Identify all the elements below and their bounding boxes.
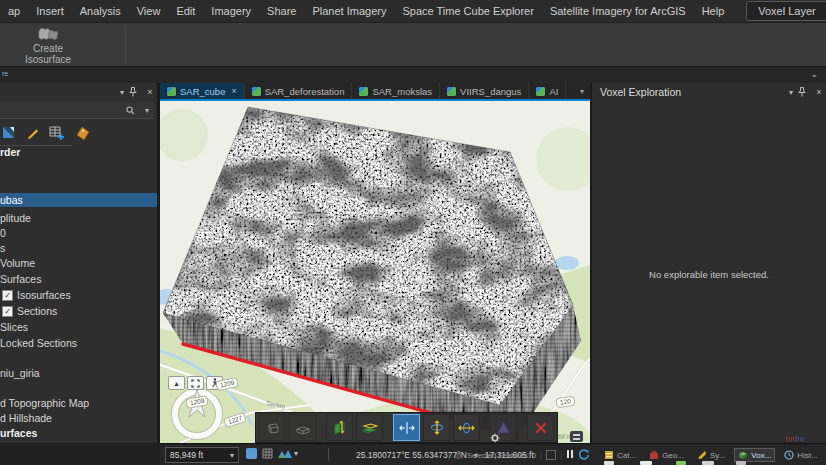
arcgis-pro-window: ap Insert Analysis View Edit Imagery Sha… xyxy=(0,0,826,465)
ribbon-collapse-chevron-icon[interactable]: ⌄ xyxy=(810,69,818,79)
voxel-onscreen-toolbar xyxy=(255,412,558,443)
settings-gear-icon[interactable] xyxy=(490,433,500,443)
tab-geoprocessing[interactable]: Geo... xyxy=(645,448,688,462)
scene-thumbnail-icon xyxy=(536,87,545,96)
tree-item-volume[interactable]: Volume xyxy=(0,256,157,270)
tab-sar-cube[interactable]: SAR_cube × xyxy=(160,83,245,99)
box-clip-tool-button[interactable] xyxy=(289,414,316,441)
menu-map[interactable]: ap xyxy=(0,5,28,17)
scale-selector[interactable]: 85,949 ft▾ xyxy=(165,447,239,463)
map-layers-icon[interactable] xyxy=(2,126,17,140)
search-options-chevron-icon[interactable]: ▾ xyxy=(140,106,154,115)
tree-item-surfaces[interactable]: Surfaces xyxy=(0,272,157,286)
close-icon[interactable]: × xyxy=(812,87,826,97)
tree-item-amplitude[interactable]: plitude xyxy=(0,211,157,225)
close-tab-icon[interactable]: × xyxy=(231,86,236,96)
create-isosurface-icon xyxy=(35,25,61,43)
sections-checkbox[interactable]: ✓ xyxy=(2,306,13,317)
tab-viirs-dangus[interactable]: VIIRS_dangus xyxy=(440,83,529,99)
scene-view-canvas[interactable]: ▴ ∴ 1209 1227 1209 120 Tavaro Dobil miš xyxy=(160,101,590,443)
move-tool-button[interactable] xyxy=(393,414,420,441)
horizontal-slice-tool-button[interactable] xyxy=(356,414,383,441)
create-isosurface-label-1: Create xyxy=(33,43,63,54)
tree-item-giria-layer[interactable]: niu_giria xyxy=(0,366,157,380)
menu-edit[interactable]: Edit xyxy=(168,5,203,17)
tree-item-sections[interactable]: ✓Sections xyxy=(0,304,157,318)
label-tag-icon[interactable] xyxy=(75,126,91,141)
menu-planet-imagery[interactable]: Planet Imagery xyxy=(304,5,394,17)
geoprocessing-icon xyxy=(649,450,659,460)
bottom-right-artifact-text: tntbo xyxy=(786,435,804,442)
tree-item-slices[interactable]: Slices xyxy=(0,320,157,334)
tab-voxel-exploration[interactable]: Vox... xyxy=(734,448,775,462)
rotate-horizontal-tool-button[interactable] xyxy=(453,414,480,441)
tab-sar-mokslas[interactable]: SAR_mokslas xyxy=(352,83,440,99)
bottom-filler xyxy=(0,443,160,465)
close-icon[interactable]: × xyxy=(143,87,157,97)
tree-item-elevation-surfaces[interactable]: urfaces xyxy=(0,426,157,440)
tab-symbology[interactable]: Sy... xyxy=(693,448,729,462)
tab-sar-deforestation[interactable]: SAR_deforestation xyxy=(245,83,353,99)
pin-icon[interactable] xyxy=(798,87,812,97)
taskbar-icon-sliver xyxy=(736,461,746,465)
menu-insert[interactable]: Insert xyxy=(28,5,72,17)
menu-help[interactable]: Help xyxy=(694,5,733,17)
scene-thumbnail-icon xyxy=(359,87,368,96)
tree-item-hillshade[interactable]: d Hillshade xyxy=(0,411,157,425)
tree-item-locked-sections[interactable]: Locked Sections xyxy=(0,336,157,350)
search-input[interactable]: ▾ xyxy=(0,102,154,119)
snapping-grid-icon[interactable] xyxy=(262,448,273,459)
menu-view[interactable]: View xyxy=(129,5,169,17)
scene-thumbnail-icon xyxy=(252,87,261,96)
tab-voxel-layer[interactable]: Voxel Layer xyxy=(749,2,824,20)
tree-item-cube-layer[interactable]: ubas xyxy=(0,193,157,207)
box-tool-button[interactable] xyxy=(259,414,286,441)
tab-list-chevron-icon[interactable]: ▾ xyxy=(574,83,590,99)
create-isosurface-button[interactable]: Create Isosurface xyxy=(6,26,90,64)
menu-space-time-cube-explorer[interactable]: Space Time Cube Explorer xyxy=(394,5,541,17)
chevron-up-icon[interactable]: ▴ xyxy=(168,376,185,390)
chevron-down-icon[interactable]: ▾ xyxy=(784,88,798,97)
pause-drawing-icon[interactable] xyxy=(566,450,574,460)
taskbar-icon-sliver xyxy=(604,461,614,465)
terrain-mode-icon[interactable]: ▾ xyxy=(278,448,298,459)
table-add-icon[interactable] xyxy=(49,126,66,141)
symbology-icon xyxy=(697,450,707,460)
create-isosurface-label-2: Isosurface xyxy=(25,54,71,65)
voxel-exploration-panel: Voxel Exploration ▾ × No explorable item… xyxy=(592,83,826,443)
menu-share[interactable]: Share xyxy=(259,5,304,17)
isosurfaces-checkbox[interactable]: ✓ xyxy=(2,290,13,301)
refresh-icon[interactable] xyxy=(578,449,590,461)
map-status-bar: 85,949 ft▾ ▾ 25.1800717°E 55.6347377°N ▾… xyxy=(160,443,592,465)
menu-satellite-imagery[interactable]: Satellite Imagery for ArcGIS xyxy=(542,5,694,17)
menu-imagery[interactable]: Imagery xyxy=(203,5,259,17)
full-extent-icon[interactable] xyxy=(187,376,204,390)
tree-item-legend-value: 0 xyxy=(0,226,157,240)
rotate-vertical-tool-button[interactable] xyxy=(423,414,450,441)
tree-item-topographic-map[interactable]: d Topographic Map xyxy=(0,396,157,410)
delete-tool-button[interactable] xyxy=(527,414,554,441)
contents-toolbar xyxy=(2,122,91,144)
history-icon xyxy=(784,450,794,460)
tree-item-order[interactable]: rder xyxy=(0,145,157,159)
ribbon-separator xyxy=(125,26,126,64)
vertical-slice-tool-button[interactable] xyxy=(326,414,353,441)
selected-features-count[interactable]: Selected Features: 0 xyxy=(467,451,536,460)
tab-history[interactable]: Hist... xyxy=(780,448,821,462)
catalog-icon xyxy=(604,450,614,460)
menu-analysis[interactable]: Analysis xyxy=(72,5,129,17)
lock-view-icon[interactable] xyxy=(546,450,556,460)
selection-color-icon[interactable] xyxy=(246,448,257,459)
chevron-down-icon[interactable]: ▾ xyxy=(115,88,129,97)
taskbar-icon-sliver xyxy=(702,461,714,465)
scene-thumbnail-icon xyxy=(167,87,176,96)
ribbon-footer-strip: re ⌄ xyxy=(0,66,826,84)
pin-icon[interactable] xyxy=(129,87,143,97)
edit-pencil-icon[interactable] xyxy=(26,126,40,140)
tab-catalog[interactable]: Cat... xyxy=(600,448,640,462)
contents-panel-header: ▾ × xyxy=(0,83,157,101)
contextual-tab-group: Voxel Layer Data xyxy=(746,1,826,21)
menu-bar: ap Insert Analysis View Edit Imagery Sha… xyxy=(0,0,826,22)
tree-item-isosurfaces[interactable]: ✓Isosurfaces xyxy=(0,288,157,302)
tab-ai[interactable]: AI xyxy=(529,83,566,99)
